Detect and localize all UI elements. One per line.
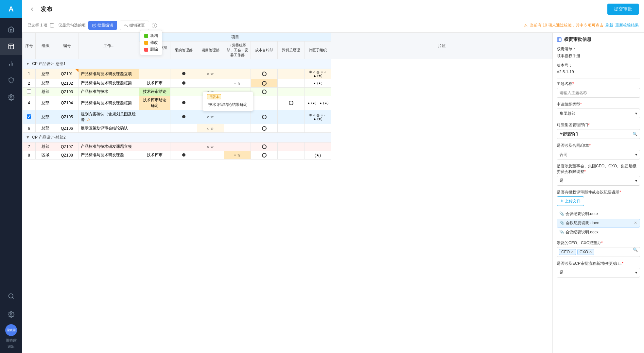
row3-code: QZ103 bbox=[55, 88, 79, 96]
cancel-change-button[interactable]: 撤销变更 bbox=[120, 21, 149, 30]
row5-purchase bbox=[170, 110, 197, 124]
auth-review-row: 是否有授权评审部件或会议纪要说明* ⬆ 上传文件 bbox=[557, 190, 640, 206]
contract-label: 是否涉及合同/印章* bbox=[557, 143, 640, 148]
row3-work[interactable]: 产品标准与技术 bbox=[79, 88, 139, 96]
submit-button[interactable]: 提交审批 bbox=[607, 4, 639, 15]
row6-purchase bbox=[170, 124, 197, 133]
org-type-select[interactable]: 集团总部 ▾ bbox=[557, 109, 640, 118]
file-close-icon[interactable]: ✕ bbox=[634, 221, 637, 225]
group1-header: ▼ CP 产品设计-总部1 bbox=[23, 59, 552, 69]
file-item-1[interactable]: 📎 会议纪要说明.docx bbox=[557, 210, 640, 218]
row8-work[interactable]: 产品标准与技术研发课题 bbox=[79, 151, 139, 160]
avatar[interactable]: 梁晓露 bbox=[5, 324, 17, 336]
refresh-link[interactable]: 刷新 bbox=[605, 23, 613, 28]
row7-org: 总部 bbox=[36, 143, 55, 151]
ecp-select[interactable]: 是 ▾ bbox=[557, 268, 640, 277]
row1-pre bbox=[139, 69, 170, 79]
sidebar-bottom: 梁晓露 梁晓露 退出 bbox=[0, 288, 22, 353]
row6-work[interactable]: 展示区策划评审会结论确认 bbox=[79, 124, 139, 133]
row5-seq bbox=[23, 110, 36, 124]
sidebar-item-chart[interactable] bbox=[0, 55, 22, 72]
toolbar: 已选择 1 项 仅显示勾选的项 批量编辑 撤销变更 i 新增 修改 删除 bbox=[22, 18, 644, 33]
cxo-tag: CXO ✕ bbox=[577, 249, 594, 255]
row1-org: 总部 bbox=[36, 69, 55, 79]
ceo-tag-close[interactable]: ✕ bbox=[571, 250, 574, 254]
file-item-2[interactable]: 📎 会议纪要说明.docx ✕ bbox=[557, 219, 640, 227]
page-title: 发布 bbox=[41, 5, 603, 13]
row8-cost: · bbox=[251, 151, 278, 160]
row6-shenzhen bbox=[278, 124, 305, 133]
sidebar-search[interactable] bbox=[0, 288, 22, 305]
row7-purchase bbox=[170, 143, 197, 151]
sidebar-username: 梁晓露 bbox=[6, 338, 17, 343]
row4-pre: 技术评审结论确定 bbox=[139, 96, 170, 110]
content-area: 序号 组织 编号 工作... 项目 片区 前置审批测试组织 采购管理部 项目管理… bbox=[22, 33, 644, 353]
row8-zone: (★) bbox=[305, 151, 331, 160]
row4-seq: 4 bbox=[23, 96, 36, 110]
group1-collapse[interactable]: ▼ bbox=[26, 61, 30, 66]
row3-checkbox[interactable] bbox=[27, 89, 31, 93]
sidebar-item-shield[interactable] bbox=[0, 72, 22, 89]
row2-purchase bbox=[170, 79, 197, 88]
sidebar-item-home[interactable] bbox=[0, 21, 22, 38]
back-button[interactable] bbox=[27, 5, 37, 14]
row5-zone: ② ✓ ◎ ☆ ○▲ (★) bbox=[305, 110, 331, 124]
row5-checkbox[interactable] bbox=[27, 114, 31, 119]
legend-modify: 修改 bbox=[144, 40, 158, 45]
table-row: 总部 QZ103 产品标准与技术 技术评审结论 ○ ☆ · bbox=[23, 88, 552, 96]
theme-label: 主题名称* bbox=[557, 81, 640, 87]
theme-input[interactable] bbox=[557, 88, 640, 98]
power-list-label: 权责清单： bbox=[557, 46, 640, 52]
row1-proj: ○ ☆ bbox=[197, 69, 224, 79]
row7-seq: 7 bbox=[23, 143, 36, 151]
th-shenzhen: 深圳总经理 bbox=[278, 42, 305, 59]
sidebar-logout[interactable]: 退出 bbox=[8, 344, 15, 349]
row6-pre bbox=[139, 124, 170, 133]
row8-party: ○ ☆ bbox=[224, 151, 251, 160]
dept-label: 对应集团管理部门* bbox=[557, 122, 640, 128]
chevron-down-icon: ▾ bbox=[635, 111, 637, 116]
board-select[interactable]: 是 ▾ bbox=[557, 176, 640, 186]
org-type-row: 申请组织类型* 集团总部 ▾ bbox=[557, 102, 640, 118]
upload-button[interactable]: ⬆ 上传文件 bbox=[557, 196, 584, 206]
row2-work[interactable]: 产品标准与技术研发课题框架 bbox=[79, 79, 139, 88]
context-menu: 旧版本 技术评审结论结果确定 bbox=[203, 92, 253, 111]
table-row: 7 总部 QZ107 产品标准与技术研发课题立项 ○ ☆ · bbox=[23, 143, 552, 151]
group2-collapse[interactable]: ▼ bbox=[26, 135, 30, 140]
row5-proj: ○ ☆ bbox=[197, 110, 224, 124]
row1-party bbox=[224, 69, 251, 79]
info-icon[interactable]: i bbox=[152, 23, 157, 28]
auth-review-label: 是否有授权评审部件或会议纪要说明* bbox=[557, 190, 640, 195]
row1-shenzhen bbox=[278, 69, 305, 79]
search-icon: 🔍 bbox=[633, 132, 637, 136]
th-project: 项目 bbox=[139, 33, 331, 42]
version-row: 版本号： V2.5-1-19 bbox=[557, 63, 640, 74]
only-selected-checkbox[interactable] bbox=[50, 23, 54, 27]
sidebar-gear[interactable] bbox=[0, 306, 22, 323]
sidebar-item-settings[interactable] bbox=[0, 89, 22, 106]
legend-popup: 新增 修改 删除 bbox=[140, 30, 162, 55]
dept-input-wrapper: 🔍 bbox=[557, 129, 640, 139]
revalidate-link[interactable]: 重新校验结果 bbox=[615, 23, 639, 28]
row1-work[interactable]: 产品标准与技术研发课题立项 bbox=[79, 69, 139, 79]
ceo-tags-input[interactable]: CEO ✕ CXO ✕ 🔍 bbox=[557, 247, 640, 257]
row5-code: QZ105 bbox=[55, 110, 79, 124]
row5-work[interactable]: 规划方案确认（含规划总图及经济 ⚠ bbox=[79, 110, 139, 124]
row3-cost: · bbox=[251, 88, 278, 96]
context-menu-item[interactable]: 技术评审结论结果确定 bbox=[203, 100, 253, 109]
file-icon: 📎 bbox=[559, 230, 564, 234]
dept-input[interactable] bbox=[557, 129, 640, 139]
row4-zone: ▲ (★) ▲ (★) bbox=[305, 96, 331, 110]
row7-work[interactable]: 产品标准与技术研发课题立项 bbox=[79, 143, 139, 151]
sidebar-item-docs[interactable] bbox=[0, 38, 22, 55]
batch-edit-button[interactable]: 批量编辑 bbox=[88, 21, 117, 30]
file-item-3[interactable]: 📎 会议纪要说明.docx bbox=[557, 228, 640, 236]
dept-row: 对应集团管理部门* 🔍 bbox=[557, 122, 640, 139]
cxo-tag-close[interactable]: ✕ bbox=[589, 250, 592, 254]
table-row: 1 总部 QZ101 产品标准与技术研发课题立项 ○ ☆ · ② bbox=[23, 69, 552, 79]
contract-select[interactable]: 合同 ▾ bbox=[557, 150, 640, 160]
row6-party bbox=[224, 124, 251, 133]
ceo-label: 涉及的CEO、CXO或董办* bbox=[557, 240, 640, 246]
row4-work[interactable]: 产品标准与技术研发课题框架 bbox=[79, 96, 139, 110]
row8-proj bbox=[197, 151, 224, 160]
